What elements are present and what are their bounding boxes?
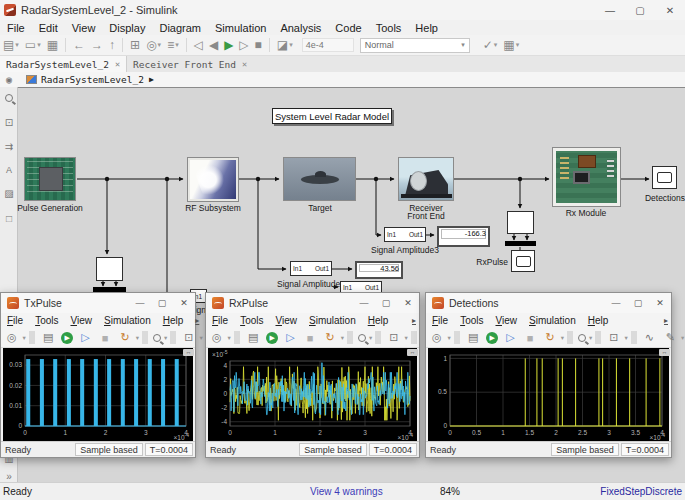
print-button[interactable]: ▤ (462, 331, 484, 344)
minimize-icon[interactable]: — (129, 298, 151, 308)
tab-radarsystemlevel2[interactable]: RadarSystemLevel_2✕ (0, 56, 127, 72)
close-icon[interactable]: ✕ (655, 0, 685, 20)
menu-file[interactable]: File (426, 315, 454, 326)
stop-button[interactable]: ■ (96, 332, 115, 344)
image-annotation-icon[interactable]: ▨ (0, 188, 18, 199)
tab-close-icon[interactable]: ✕ (115, 59, 120, 69)
open-button[interactable]: ▭▾ (22, 38, 44, 52)
menu-diagram[interactable]: Diagram (152, 22, 208, 34)
stop-button[interactable]: ■ (252, 38, 265, 52)
fit-view-icon[interactable]: ⊡ (0, 117, 18, 128)
tab-close-icon[interactable]: ✕ (242, 59, 247, 69)
model-settings-button[interactable]: ◎▾ (143, 38, 164, 52)
menu-help[interactable]: Help (157, 315, 190, 326)
menu-file[interactable]: File (1, 315, 29, 326)
tr-switch-block[interactable] (96, 257, 123, 281)
scope-plot[interactable]: 01234-4-2024×10-4×10-5 (208, 348, 417, 441)
menu-tools[interactable]: Tools (234, 315, 269, 326)
rxpulse-scope-block[interactable] (511, 250, 535, 272)
menu-simulation[interactable]: Simulation (303, 315, 362, 326)
scope-title-bar[interactable]: RxPulse — ▢ ✕ (206, 293, 419, 313)
rf-subsystem-block[interactable] (188, 158, 238, 201)
save-button[interactable]: ▦ (44, 38, 61, 52)
model-explorer-button[interactable]: ≡▾ (164, 38, 182, 52)
menu-code[interactable]: Code (328, 22, 368, 34)
menu-tools[interactable]: Tools (369, 22, 409, 34)
run-button[interactable]: ▶ (266, 332, 278, 344)
axes-pan-widget[interactable]: ↔ (183, 349, 194, 356)
step-forward-button[interactable]: ▷ (236, 38, 251, 52)
step-back-button[interactable]: ◀ (206, 38, 221, 52)
zoom-button[interactable] (575, 332, 589, 344)
scope-title-bar[interactable]: Detections — ▢ ✕ (426, 293, 671, 313)
maximize-icon[interactable]: ▢ (625, 0, 655, 20)
menu-simulation[interactable]: Simulation (98, 315, 157, 326)
step-forward-button[interactable]: ▷ (280, 331, 300, 344)
display-block[interactable]: 43.56 (355, 261, 403, 279)
txpulse-scope-window[interactable]: TxPulse — ▢ ✕ File Tools View Simulation… (0, 292, 196, 458)
menu-help[interactable]: Help (362, 315, 395, 326)
detections-scope-window[interactable]: Detections — ▢ ✕ File Tools View Simulat… (425, 292, 672, 458)
span-axes-button[interactable]: ⊡ (383, 331, 404, 344)
table-grid-button[interactable]: ▦▾ (500, 38, 522, 52)
zoom-button[interactable] (355, 332, 369, 344)
minimize-icon[interactable]: — (605, 298, 627, 308)
solver-name[interactable]: FixedStepDiscrete (600, 486, 682, 497)
menu-view[interactable]: View (269, 315, 303, 326)
axes-pan-widget[interactable]: ↔ (407, 349, 418, 356)
menu-overflow-icon[interactable]: ▸ (658, 316, 671, 325)
display-block[interactable]: -166.3 (437, 226, 490, 247)
scope-plot[interactable]: 0123400.010.020.03×10-4 (3, 348, 193, 441)
forward-button[interactable]: → (88, 38, 106, 52)
close-icon[interactable]: ✕ (173, 298, 195, 308)
axes-pan-widget[interactable]: ↔ (659, 349, 670, 356)
step-forward-button[interactable]: ▷ (500, 331, 520, 344)
minimize-icon[interactable]: — (595, 0, 625, 20)
signal-amplitude1-block[interactable]: In1Out1 (290, 261, 332, 276)
pulse-generation-block[interactable] (24, 157, 76, 201)
run-button[interactable]: ▶ (486, 332, 498, 344)
scope-plot[interactable]: 00.511.522.533.5400.51×10-4 (428, 348, 669, 441)
new-model-button[interactable]: ▤▾ (0, 38, 22, 52)
menu-view[interactable]: View (489, 315, 523, 326)
library-browser-button[interactable]: ⊞ (127, 38, 143, 52)
menu-file[interactable]: File (0, 22, 32, 34)
rxpulse-scope-window[interactable]: RxPulse — ▢ ✕ File Tools View Simulation… (205, 292, 420, 458)
data-inspector-button[interactable]: ◪▾ (274, 38, 296, 52)
back-button[interactable]: ← (70, 38, 88, 52)
measurements-button[interactable]: ✎ (660, 331, 681, 344)
menu-simulation[interactable]: Simulation (523, 315, 582, 326)
rx-module-block[interactable] (553, 148, 620, 206)
zoom-icon[interactable] (0, 93, 18, 104)
scope-settings-button[interactable]: ◎ (426, 331, 448, 344)
minimize-icon[interactable]: — (353, 298, 375, 308)
menu-overflow-icon[interactable]: ▸ (406, 316, 419, 325)
warnings-link[interactable]: View 4 warnings (310, 486, 383, 497)
tab-receiver-front-end[interactable]: Receiver Front End✕ (127, 56, 253, 72)
menu-tools[interactable]: Tools (454, 315, 489, 326)
menu-analysis[interactable]: Analysis (273, 22, 328, 34)
scope-settings-button[interactable]: ◎ (206, 331, 228, 344)
scope-settings-button[interactable]: ◎ (1, 331, 23, 344)
close-icon[interactable]: ✕ (649, 298, 671, 308)
menu-overflow-icon[interactable]: ▸ (189, 316, 202, 325)
menu-simulation[interactable]: Simulation (208, 22, 273, 34)
annotation-text-icon[interactable]: A (0, 165, 18, 175)
maximize-icon[interactable]: ▢ (151, 298, 173, 308)
notifications-button[interactable]: ◁ (191, 38, 206, 52)
signal-arrows-icon[interactable]: ⇉ (0, 141, 18, 152)
menu-file[interactable]: File (206, 315, 234, 326)
trigger-button[interactable]: ∿ (639, 331, 660, 344)
sim-mode-select[interactable]: Normal▾ (360, 38, 470, 53)
stop-button[interactable]: ■ (301, 332, 320, 344)
tr-switch-block[interactable] (507, 211, 534, 234)
stop-button[interactable]: ■ (521, 332, 540, 344)
target-block[interactable] (283, 157, 356, 201)
menu-help[interactable]: Help (582, 315, 615, 326)
breadcrumb[interactable]: RadarSystemLevel_2 (41, 74, 144, 85)
menu-display[interactable]: Display (102, 22, 152, 34)
browser-toggle-icon[interactable]: ◉ (0, 74, 18, 85)
chevrons-icon[interactable]: » (0, 471, 18, 482)
stop-time-field[interactable]: 4e-4 (302, 38, 354, 52)
maximize-icon[interactable]: ▢ (627, 298, 649, 308)
